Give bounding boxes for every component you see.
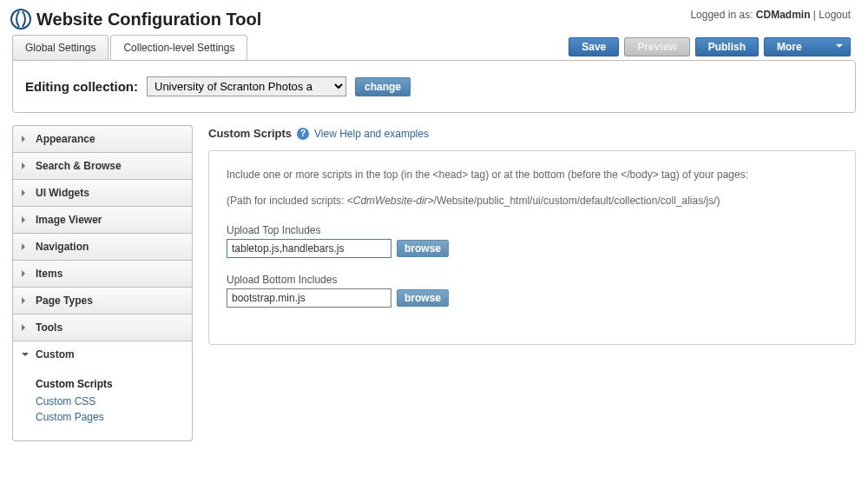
chevron-right-icon xyxy=(22,270,29,277)
svg-point-0 xyxy=(11,10,30,29)
sidebar-item-custom[interactable]: Custom xyxy=(12,341,193,368)
sidebar-sub-custom-pages[interactable]: Custom Pages xyxy=(36,409,183,425)
sidebar-sub-custom-css[interactable]: Custom CSS xyxy=(36,394,183,409)
sidebar-sub-custom-scripts[interactable]: Custom Scripts xyxy=(36,378,183,390)
chevron-right-icon xyxy=(22,136,29,142)
chevron-right-icon xyxy=(22,216,29,223)
app-title: Website Configuration Tool xyxy=(36,10,261,30)
sidebar-item-search-browse[interactable]: Search & Browse xyxy=(12,152,193,179)
sidebar-item-appearance[interactable]: Appearance xyxy=(12,125,193,152)
logout-link[interactable]: Logout xyxy=(819,9,851,21)
chevron-right-icon xyxy=(22,297,29,304)
sidebar-item-image-viewer[interactable]: Image Viewer xyxy=(12,206,193,233)
path-note: (Path for included scripts: <CdmWebsite-… xyxy=(227,193,838,209)
bottom-includes-input[interactable] xyxy=(227,288,391,308)
logged-in-label: Logged in as: xyxy=(690,9,755,21)
username: CDMadmin xyxy=(756,9,811,21)
editing-collection-label: Editing collection: xyxy=(25,79,138,94)
sidebar-item-navigation[interactable]: Navigation xyxy=(12,233,193,260)
preview-button[interactable]: Preview xyxy=(624,37,689,56)
browse-bottom-button[interactable]: browse xyxy=(397,289,449,307)
tab-global-settings[interactable]: Global Settings xyxy=(12,35,108,60)
tab-collection-settings[interactable]: Collection-level Settings xyxy=(110,35,247,60)
sidebar-item-tools[interactable]: Tools xyxy=(12,314,193,341)
chevron-down-icon xyxy=(22,353,29,360)
collection-select[interactable]: University of Scranton Photos a xyxy=(147,76,346,96)
sidebar-item-items[interactable]: Items xyxy=(12,260,193,287)
save-button[interactable]: Save xyxy=(569,37,619,56)
top-includes-input[interactable] xyxy=(227,239,391,258)
app-logo xyxy=(10,9,31,30)
chevron-right-icon xyxy=(22,162,29,169)
chevron-right-icon xyxy=(22,243,29,250)
page-title: Custom Scripts xyxy=(208,127,292,140)
publish-button[interactable]: Publish xyxy=(695,37,759,56)
more-button[interactable]: More xyxy=(764,37,851,56)
chevron-right-icon xyxy=(22,324,29,331)
change-button[interactable]: change xyxy=(355,77,411,96)
sidebar-item-ui-widgets[interactable]: UI Widgets xyxy=(12,179,193,206)
help-link[interactable]: View Help and examples xyxy=(314,128,429,140)
bottom-includes-label: Upload Bottom Includes xyxy=(227,274,838,286)
chevron-right-icon xyxy=(22,189,29,196)
help-icon[interactable]: ? xyxy=(297,128,309,140)
user-info: Logged in as: CDMadmin | Logout xyxy=(690,9,851,21)
intro-text: Include one or more scripts in the top (… xyxy=(227,167,838,182)
sidebar-item-page-types[interactable]: Page Types xyxy=(12,287,193,314)
top-includes-label: Upload Top Includes xyxy=(227,224,838,236)
browse-top-button[interactable]: browse xyxy=(397,240,449,257)
